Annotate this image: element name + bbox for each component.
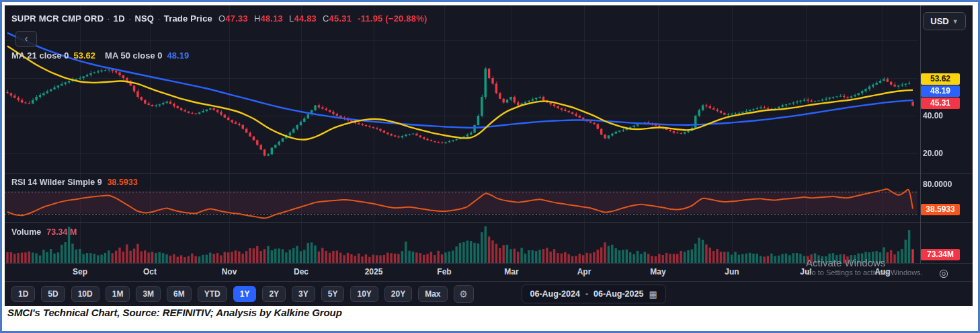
range-button-3m[interactable]: 3M: [136, 286, 161, 302]
time-axis[interactable]: SepOctNovDec2025FebMarAprMayJunJulAug: [5, 264, 973, 281]
ma50-label: MA 50 close 0: [105, 50, 163, 61]
time-axis-label: Sep: [73, 267, 87, 276]
target-icon[interactable]: ◎: [939, 266, 948, 279]
ma50-value: 48.19: [167, 50, 190, 61]
rsi-value: 38.5933: [108, 178, 138, 187]
range-button-ytd[interactable]: YTD: [198, 286, 227, 302]
rsi-value-badge: 38.5933: [921, 204, 960, 215]
range-button-5y[interactable]: 5Y: [321, 286, 345, 302]
interval-label[interactable]: 1D: [114, 13, 125, 24]
volume-value-badge: 73.34M: [921, 249, 960, 260]
symbol-header: SUPR MCR CMP ORD·1D·NSQ·Trade PriceO47.3…: [11, 13, 427, 24]
separator-dot: ·: [107, 13, 110, 24]
currency-label: USD: [930, 16, 948, 26]
range-button-20y[interactable]: 20Y: [384, 286, 412, 302]
range-button-6m[interactable]: 6M: [167, 286, 192, 302]
date-range-picker[interactable]: 06-Aug-2024 - 06-Aug-2025 ▦: [522, 285, 666, 303]
caption: SMCI's Technical Chart, Source: REFINITI…: [7, 307, 342, 318]
time-axis-label: Oct: [143, 267, 157, 276]
change-value: -11.95 (−20.88%): [358, 13, 427, 24]
range-button-max[interactable]: Max: [418, 286, 447, 302]
range-button-10d[interactable]: 10D: [71, 286, 99, 302]
range-button-1d[interactable]: 1D: [11, 286, 35, 302]
gear-icon[interactable]: ⚙: [454, 285, 474, 303]
time-axis-label: Mar: [504, 267, 518, 276]
ma-legend: MA 21 close 053.62MA 50 close 048.19: [11, 50, 189, 61]
ohlc-key: C: [323, 13, 329, 24]
separator-dot: ·: [157, 13, 161, 24]
chart-canvas[interactable]: [5, 5, 973, 264]
ohlc-value: 44.83: [294, 13, 317, 24]
price-label-badge: 45.31: [921, 98, 960, 109]
time-axis-label: Jun: [725, 267, 739, 276]
chevron-down-icon: ▼: [952, 18, 958, 25]
time-axis-label: May: [650, 267, 665, 276]
time-axis-label: Aug: [874, 267, 890, 276]
range-button-1m[interactable]: 1M: [106, 286, 130, 302]
price-tick: 40.00: [923, 111, 943, 120]
date-to: 06-Aug-2025: [594, 289, 643, 299]
time-axis-label: Apr: [577, 267, 591, 276]
ohlc-value: 47.33: [225, 13, 248, 24]
screenshot-frame: SUPR MCR CMP ORD·1D·NSQ·Trade PriceO47.3…: [0, 0, 980, 333]
ohlc-value: 48.13: [260, 13, 283, 24]
time-axis-label: Feb: [437, 267, 451, 276]
range-button-3y[interactable]: 3Y: [292, 286, 315, 302]
ohlc-key: O: [218, 13, 225, 24]
currency-dropdown[interactable]: USD ▼: [923, 12, 966, 30]
ma21-value: 53.62: [74, 50, 96, 61]
time-axis-label: Nov: [222, 267, 237, 276]
ohlc-value: 45.31: [329, 13, 352, 24]
price-label-badge: 53.62: [921, 73, 960, 85]
price-tick: 20.00: [923, 149, 943, 158]
time-axis-label: Dec: [294, 267, 309, 276]
calendar-icon: ▦: [649, 289, 657, 299]
rsi-legend: RSI 14 Wilder Simple 938.5933: [11, 178, 138, 187]
range-button-2y[interactable]: 2Y: [262, 286, 286, 302]
separator-dot: ·: [128, 13, 132, 24]
price-type-label: Trade Price: [164, 13, 212, 24]
back-button chevron-left-icon[interactable]: ‹: [15, 31, 37, 47]
range-button-5d[interactable]: 5D: [41, 286, 65, 302]
date-from: 06-Aug-2024: [530, 289, 580, 299]
time-axis-label: Jul: [800, 267, 811, 276]
rsi-tick: 80.0000: [923, 180, 952, 189]
date-separator: -: [585, 289, 588, 299]
exchange-label: NSQ: [134, 13, 154, 24]
ohlc-values: O47.33H48.13L44.83C45.31: [212, 13, 352, 24]
symbol-name[interactable]: SUPR MCR CMP ORD: [11, 13, 104, 24]
volume-label: Volume: [11, 227, 41, 237]
rsi-label: RSI 14 Wilder Simple 9: [11, 178, 102, 187]
volume-value: 73.34 M: [46, 227, 77, 237]
trading-chart-app: SUPR MCR CMP ORD·1D·NSQ·Trade PriceO47.3…: [5, 5, 973, 306]
price-label-badge: 48.19: [921, 85, 960, 97]
time-axis-label: 2025: [365, 267, 383, 276]
range-button-1y[interactable]: 1Y: [233, 286, 257, 302]
range-toolbar: 1D5D10D1M3M6MYTD1Y2Y3Y5Y10Y20YMax ⚙ 06-A…: [5, 281, 973, 306]
volume-legend: Volume73.34 M: [11, 227, 77, 237]
ma21-label: MA 21 close 0: [11, 50, 69, 61]
range-button-10y[interactable]: 10Y: [350, 286, 378, 302]
